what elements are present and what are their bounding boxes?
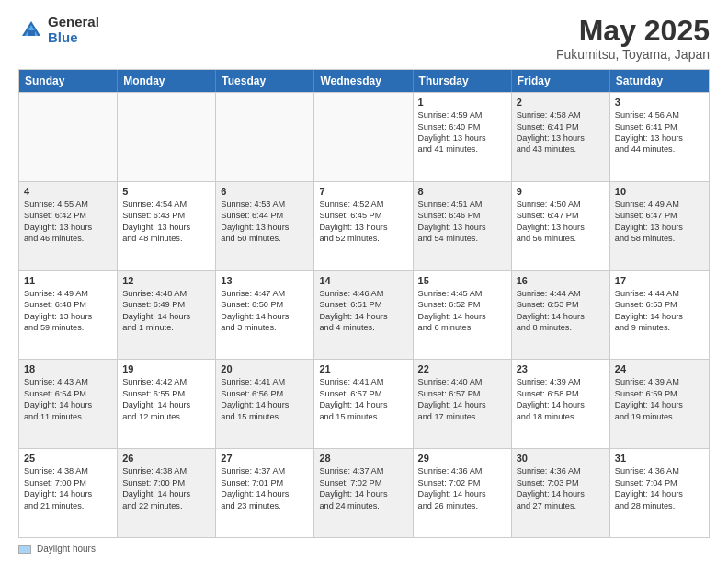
calendar-cell [19,93,118,181]
day-number: 1 [418,97,506,108]
calendar-cell: 24Sunrise: 4:39 AMSunset: 6:59 PMDayligh… [610,360,709,448]
cell-line: and 21 minutes. [24,500,112,511]
cell-line: and 48 minutes. [122,233,210,244]
cell-line: Daylight: 14 hours [517,488,605,500]
cell-line: and 1 minute. [122,322,210,333]
cell-line: Sunrise: 4:56 AM [615,109,704,121]
day-number: 28 [319,453,407,464]
day-number: 7 [319,186,407,197]
cell-line: and 6 minutes. [418,322,506,333]
cell-line: Daylight: 14 hours [615,399,704,410]
cell-line: Daylight: 13 hours [517,132,605,144]
calendar-cell [216,93,314,181]
cell-line: Daylight: 14 hours [221,311,309,322]
calendar-cell: 2Sunrise: 4:58 AMSunset: 6:41 PMDaylight… [512,93,610,181]
cell-line: and 59 minutes. [24,322,112,333]
cell-line: Sunset: 7:04 PM [615,477,704,488]
calendar: SundayMondayTuesdayWednesdayThursdayFrid… [18,69,710,538]
calendar-body: 1Sunrise: 4:59 AMSunset: 6:40 PMDaylight… [19,92,709,537]
logo: General Blue [18,15,99,45]
calendar-cell: 19Sunrise: 4:42 AMSunset: 6:55 PMDayligh… [118,360,216,448]
cell-line: Daylight: 13 hours [615,132,704,144]
cell-line: and 3 minutes. [221,322,309,333]
cell-line: Daylight: 14 hours [122,399,210,410]
calendar-cell: 28Sunrise: 4:37 AMSunset: 7:02 PMDayligh… [314,449,413,537]
day-number: 31 [615,453,704,464]
day-number: 8 [418,186,506,197]
calendar-cell: 21Sunrise: 4:41 AMSunset: 6:57 PMDayligh… [314,360,413,448]
logo-text: General Blue [48,15,99,45]
day-number: 24 [615,363,704,374]
day-number: 30 [517,453,605,464]
cell-line: and 15 minutes. [319,411,407,422]
calendar-cell: 10Sunrise: 4:49 AMSunset: 6:47 PMDayligh… [610,182,709,270]
day-number: 5 [122,186,210,197]
day-number: 19 [122,363,210,374]
cell-line: Sunrise: 4:36 AM [615,465,704,477]
calendar-row-3: 11Sunrise: 4:49 AMSunset: 6:48 PMDayligh… [19,270,709,360]
cell-line: Sunset: 7:01 PM [221,477,309,488]
cell-line: and 15 minutes. [221,411,309,422]
cell-line: and 43 minutes. [517,144,605,155]
day-number: 6 [221,186,309,197]
calendar-cell: 12Sunrise: 4:48 AMSunset: 6:49 PMDayligh… [118,271,216,360]
cell-line: Sunrise: 4:42 AM [122,376,210,387]
cell-line: Sunset: 6:55 PM [122,388,210,399]
day-number: 21 [319,363,407,374]
day-number: 25 [24,453,112,464]
day-number: 14 [319,275,407,286]
calendar-cell: 4Sunrise: 4:55 AMSunset: 6:42 PMDaylight… [19,182,118,270]
calendar-cell: 1Sunrise: 4:59 AMSunset: 6:40 PMDaylight… [414,93,512,181]
cell-line: Sunrise: 4:39 AM [615,376,704,387]
cell-line: Daylight: 14 hours [319,399,407,410]
cell-line: and 56 minutes. [517,233,605,244]
cell-line: Sunset: 6:52 PM [418,299,506,310]
day-number: 20 [221,363,309,374]
cell-line: and 11 minutes. [24,411,112,422]
cell-line: Sunrise: 4:39 AM [517,376,605,387]
cell-line: Sunset: 6:42 PM [24,210,112,221]
cell-line: Sunset: 6:45 PM [319,210,407,221]
cell-line: Sunset: 6:51 PM [319,299,407,310]
calendar-cell: 22Sunrise: 4:40 AMSunset: 6:57 PMDayligh… [414,360,512,448]
svg-rect-2 [28,30,35,36]
cell-line: Sunset: 6:57 PM [319,388,407,399]
cell-line: Daylight: 13 hours [24,222,112,233]
cell-line: Sunset: 6:56 PM [221,388,309,399]
cell-line: Sunset: 6:47 PM [517,210,605,221]
calendar-cell: 3Sunrise: 4:56 AMSunset: 6:41 PMDaylight… [610,93,709,181]
cell-line: Sunset: 6:41 PM [615,121,704,132]
cell-line: Daylight: 14 hours [418,399,506,410]
cell-line: Daylight: 14 hours [418,488,506,500]
calendar-cell: 30Sunrise: 4:36 AMSunset: 7:03 PMDayligh… [512,449,610,537]
cell-line: Sunrise: 4:47 AM [221,288,309,299]
cell-line: Daylight: 14 hours [221,488,309,500]
cell-line: Daylight: 13 hours [319,222,407,233]
cell-line: Daylight: 13 hours [418,132,506,144]
day-number: 4 [24,186,112,197]
cell-line: Sunrise: 4:58 AM [517,109,605,121]
cell-line: Sunrise: 4:45 AM [418,288,506,299]
cell-line: Sunrise: 4:54 AM [122,199,210,210]
logo-blue-label: Blue [48,30,99,46]
cell-line: Daylight: 13 hours [418,222,506,233]
cell-line: Sunrise: 4:53 AM [221,199,309,210]
calendar-cell: 8Sunrise: 4:51 AMSunset: 6:46 PMDaylight… [414,182,512,270]
cell-line: Daylight: 14 hours [319,488,407,500]
cell-line: and 17 minutes. [418,411,506,422]
cell-line: Daylight: 14 hours [122,488,210,500]
cell-line: and 28 minutes. [615,500,704,511]
calendar-cell: 14Sunrise: 4:46 AMSunset: 6:51 PMDayligh… [314,271,413,360]
cell-line: Sunset: 6:47 PM [615,210,704,221]
cell-line: Daylight: 14 hours [418,311,506,322]
calendar-cell: 13Sunrise: 4:47 AMSunset: 6:50 PMDayligh… [216,271,314,360]
logo-icon [18,17,44,43]
cell-line: Daylight: 13 hours [615,222,704,233]
cell-line: Sunrise: 4:40 AM [418,376,506,387]
cell-line: Daylight: 14 hours [24,399,112,410]
cell-line: Sunset: 6:40 PM [418,121,506,132]
cell-line: and 9 minutes. [615,322,704,333]
cell-line: Sunset: 7:03 PM [517,477,605,488]
cell-line: and 27 minutes. [517,500,605,511]
cell-line: Daylight: 14 hours [319,311,407,322]
